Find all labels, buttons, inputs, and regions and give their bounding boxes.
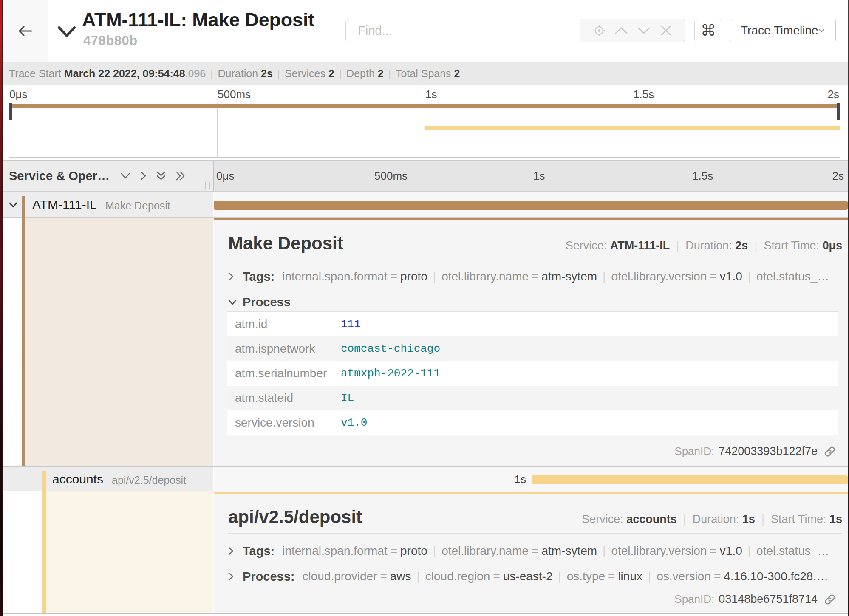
minimap-gridline: [217, 103, 218, 157]
service-operation-title: Service & Oper…: [9, 169, 110, 183]
close-icon: [660, 25, 671, 36]
tag-key: otel.library.name: [441, 544, 529, 557]
divider: [228, 533, 842, 534]
process-table-row: atm.ispnetwork comcast-chicago: [227, 336, 838, 361]
find-next-icon[interactable]: [637, 24, 651, 37]
gutter-line: [5, 192, 5, 613]
span-id-label: SpanID:: [674, 445, 714, 458]
trace-start-ms: .096: [185, 68, 206, 80]
clear-find-icon[interactable]: [659, 24, 673, 37]
chevron-down-icon: [121, 173, 130, 179]
tag-key: otel.library.version: [611, 270, 707, 283]
process-key: atm.ispnetwork: [227, 342, 334, 356]
span-1-tags-row[interactable]: Tags: internal.span.format=proto | otel.…: [228, 266, 842, 288]
chevron-down-icon: [228, 300, 237, 305]
span-row-2-name[interactable]: accounts api/v2.5/deposit: [3, 467, 213, 491]
span-1-collapse-icon[interactable]: [9, 202, 17, 208]
tag-value: proto: [400, 544, 427, 557]
span-2-process-row[interactable]: Process: cloud.provider=aws | cloud.regi…: [228, 565, 842, 588]
tag-item: otel.status_…: [756, 270, 829, 283]
tag-key: otel.library.version: [611, 544, 707, 557]
collapse-one-icon[interactable]: [121, 173, 130, 179]
timeline-tick: 1.5s: [692, 161, 713, 191]
timeline-tick: 2s: [832, 161, 844, 191]
tag-item: internal.span.format=proto: [282, 544, 427, 558]
minimap-canvas[interactable]: [9, 103, 840, 158]
minimap-tick: 1.5s: [633, 87, 654, 102]
span-1-bar[interactable]: [214, 201, 848, 210]
span-2-tags-row[interactable]: Tags: internal.span.format=proto | otel.…: [228, 540, 842, 562]
services-value: 2: [328, 68, 334, 80]
expand-all-icon[interactable]: [176, 171, 185, 181]
span-1-detail-accent: [25, 218, 213, 466]
separator: |: [676, 239, 679, 252]
span-2-id-row: SpanID: 03148be6751f8714: [674, 593, 836, 606]
duration-value: 2s: [261, 68, 273, 80]
trace-view-selector[interactable]: Trace Timeline: [730, 19, 836, 42]
span-row-1-name[interactable]: ATM-111-IL Make Deposit: [3, 192, 213, 217]
span-1-id-row: SpanID: 742003393b122f7e: [674, 445, 836, 458]
chevron-right-icon: [140, 171, 146, 181]
timeline-gridline: [691, 161, 691, 191]
match-case-icon[interactable]: [592, 24, 606, 37]
collapse-header-toggle[interactable]: [58, 25, 77, 38]
back-button[interactable]: [3, 0, 48, 62]
tag-key: otel.status_…: [756, 544, 829, 557]
separator: |: [761, 513, 764, 526]
separator: |: [552, 570, 566, 583]
minimap-span-bar-2: [424, 126, 840, 130]
chevron-down-icon: [9, 202, 17, 208]
timeline-tick: 0μs: [216, 161, 234, 191]
keyboard-shortcuts-button[interactable]: ⌘: [694, 19, 722, 42]
tag-item: cloud.provider=aws: [303, 570, 411, 583]
process-table-row: service.version v1.0: [227, 410, 838, 435]
tag-value: linux: [618, 570, 642, 583]
find-input[interactable]: [346, 19, 580, 42]
service-label: Service:: [566, 239, 607, 252]
span-1-process-table: atm.id 111 atm.ispnetwork comcast-chicag…: [227, 311, 838, 435]
process-key: atm.id: [227, 317, 334, 331]
span-2-service-name: accounts: [52, 472, 103, 486]
chevron-right-icon: [228, 547, 243, 555]
span-id-value: 03148be6751f8714: [719, 593, 818, 606]
tag-value: us-east-2: [503, 570, 553, 583]
collapse-all-icon[interactable]: [156, 171, 166, 181]
span-1-operation-name: Make Deposit: [105, 200, 170, 212]
tag-value: atm-sytem: [541, 270, 597, 283]
separator: |: [339, 68, 342, 79]
timeline-header-row: Service & Oper… 0μs 500ms 1s 1.5s 2s: [3, 160, 849, 192]
copy-link-icon[interactable]: [824, 593, 836, 606]
chevron-down-icon: [818, 28, 824, 34]
tag-item: os.version=4.16.10-300.fc28.…: [657, 570, 828, 583]
tag-item: otel.library.version=v1.0: [611, 544, 742, 558]
span-1-process-row[interactable]: Process: [228, 291, 842, 313]
span-2-bar[interactable]: [532, 475, 848, 484]
service-value: accounts: [626, 513, 677, 526]
minimap-scrubber-left[interactable]: [9, 103, 12, 120]
equals-sign: =: [529, 544, 541, 557]
trace-span-rows: ATM-111-IL Make Deposit Make Deposit Ser…: [3, 192, 849, 614]
process-value: IL: [334, 392, 354, 404]
start-time-value: 1s: [829, 513, 842, 526]
total-spans-label: Total Spans: [396, 68, 451, 80]
timeline-gridline: [373, 161, 373, 191]
column-resize-grip[interactable]: [205, 182, 210, 189]
chevron-up-icon: [614, 27, 628, 34]
copy-link-icon[interactable]: [824, 445, 836, 458]
services-label: Services: [285, 68, 325, 80]
equals-sign: =: [529, 270, 541, 283]
separator: |: [277, 68, 280, 79]
expand-one-icon[interactable]: [140, 171, 146, 181]
find-prev-icon[interactable]: [614, 24, 628, 37]
start-time-label: Start Time:: [764, 239, 819, 252]
tag-key: otel.library.name: [441, 270, 529, 283]
separator: |: [388, 68, 391, 79]
find-tools: [580, 19, 685, 42]
span-1-detail-title: Make Deposit: [228, 233, 566, 254]
minimap-scrubber-right[interactable]: [837, 103, 840, 120]
process-table-row: atm.stateid IL: [227, 386, 838, 410]
trace-start-value: March 22 2022, 09:54:48: [64, 68, 185, 80]
trace-summary-bar: Trace Start March 22 2022, 09:54:48.096 …: [3, 62, 849, 85]
tag-value: v1.0: [720, 544, 742, 557]
timeline-tick: 1s: [533, 161, 545, 191]
